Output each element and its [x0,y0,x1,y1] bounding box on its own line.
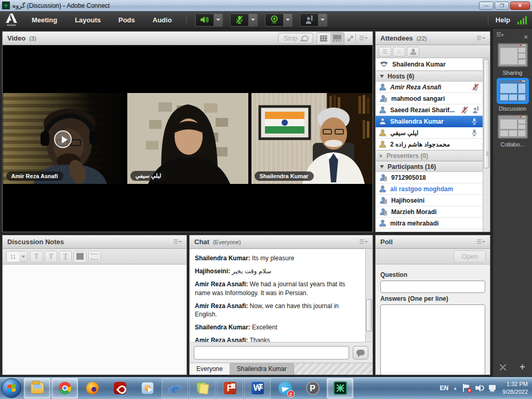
layout-tools-icon[interactable]: ⤫ [500,363,506,372]
video-feed-shailendra[interactable]: Shailendra Kumar [251,93,373,184]
video-feed-leili[interactable]: ليلي سيفي [127,93,248,184]
pin-icon[interactable] [524,32,529,37]
breakout-room-icon[interactable]: ⤬ [393,47,405,57]
pod-resize-grip[interactable]: ≡≡ [484,151,490,159]
chat-scrollbar[interactable] [365,249,373,342]
volume-icon[interactable] [475,384,484,392]
taskbar-mediaplayer-button[interactable] [134,378,161,398]
send-message-button[interactable] [353,346,368,360]
webcam-dropdown[interactable] [284,14,292,26]
webcam-button[interactable] [265,14,284,26]
attendee-row[interactable]: mitra mehrabadi [376,218,483,229]
text-color-button[interactable] [74,251,86,262]
video-feed-amir[interactable]: Amir Reza Asnafi [3,93,124,184]
minimize-button[interactable] [479,2,494,10]
video-pod-title: Video [7,34,25,42]
poll-question-input[interactable] [380,281,485,293]
notes-editor-area[interactable] [3,265,187,375]
taskbar-explorer-button[interactable] [24,378,50,398]
word-icon: W [251,382,264,394]
attendee-row[interactable]: ali rastgoo moghdam [376,183,483,195]
microphone-dropdown[interactable] [249,14,258,26]
grid-view-button[interactable] [317,33,330,44]
attendee-row[interactable]: محمدجواد هاشم زاده 2 [376,139,483,150]
host-away-person-icon [379,129,387,137]
play-overlay-icon[interactable] [54,130,72,148]
stop-webcam-button[interactable]: Stop [278,33,313,44]
attendee-row[interactable]: Amir Reza Asnafi [376,82,483,93]
participants-section-header[interactable]: Participants (16) [376,161,483,172]
microphone-button[interactable] [230,14,249,26]
action-center-flag-icon[interactable]: ✕ [462,384,471,392]
menu-audio[interactable]: Audio [144,16,181,24]
language-indicator[interactable]: EN [440,384,448,392]
speaker-button[interactable] [195,14,214,26]
bullet-list-button[interactable]: •—•— [88,251,101,262]
taskbar-adobe-connect-button[interactable] [327,378,353,398]
scrollbar-thumb[interactable] [366,299,372,331]
open-poll-button[interactable]: Open [454,250,486,262]
taskbar-acrobat-button[interactable] [107,378,133,398]
attendees-scrollbar[interactable] [483,58,490,232]
chat-tab-everyone[interactable]: Everyone [190,363,230,375]
signal-bars-icon[interactable] [517,15,527,24]
layout-thumb-collaboration[interactable] [498,115,528,139]
menu-meeting[interactable]: Meeting [23,16,66,24]
attendee-list-view-icon[interactable]: ☰ [379,47,391,57]
taskbar-telegram-button[interactable]: 2 [272,378,298,398]
taskbar-stickynotes-button[interactable] [189,378,216,398]
hosts-section-header[interactable]: Hosts (6) [376,71,483,82]
taskbar-psiphon-button[interactable]: P [299,378,326,398]
attendees-pod-menu-icon[interactable] [476,35,485,42]
attendee-row-selected[interactable]: Shailendra Kumar [376,116,483,127]
thumb-dots [520,45,525,46]
close-button[interactable] [510,2,530,10]
layout-menu-icon[interactable]: ☰ [496,31,503,38]
taskbar-powerpoint-button[interactable]: P [217,378,243,398]
attendee-row[interactable]: Marzieh Moradi [376,206,483,218]
add-layout-icon[interactable]: + [520,362,525,373]
layout-thumb-sharing[interactable] [498,43,528,67]
chat-message-list[interactable]: Shailendra Kumar: Its my pleasure Hajiho… [190,249,365,342]
chat-tab-shailendra-kumar[interactable]: Shailendra Kumar [230,363,294,375]
presenters-section-header[interactable]: Presenters (0) [376,150,483,161]
chat-input-row [190,342,373,363]
attendee-row[interactable]: 9712905018 [376,172,483,183]
italic-button[interactable]: T [45,251,57,262]
speaker-dropdown[interactable] [214,14,223,26]
poll-answers-label: Answers (One per line) [380,295,485,302]
taskbar-word-button[interactable]: W [244,378,271,398]
attendee-status-view-icon[interactable] [407,47,419,57]
video-pod-menu-icon[interactable] [359,35,368,42]
chat-message: Hajihoseini: سلام وقت بخیر [195,267,360,275]
taskbar-firefox-button[interactable] [79,378,105,398]
start-button[interactable] [2,378,21,398]
clock[interactable]: 1:32 PM 9/28/2022 [502,380,528,396]
filmstrip-view-button[interactable] [330,33,344,44]
taskbar-ie-button[interactable]: e [162,378,188,398]
font-size-select[interactable]: 11 [6,251,28,262]
underline-button[interactable]: T [59,251,72,262]
fullscreen-icon[interactable]: ⤢ [348,34,352,43]
attendee-row[interactable]: Hajihoseini [376,195,483,206]
attendee-row[interactable]: ليلي سيفي [376,127,483,139]
taskbar-chrome-button[interactable] [51,378,78,398]
set-status-dropdown[interactable] [318,14,327,26]
show-hidden-icons-arrow[interactable]: ▲ [453,386,457,391]
help-menu[interactable]: Help [496,16,510,24]
menu-pods[interactable]: Pods [110,16,144,24]
layout-thumb-discussion-active[interactable] [498,79,528,103]
chat-input[interactable] [194,346,349,360]
network-icon[interactable] [489,384,498,392]
restore-button[interactable] [495,2,509,10]
attendee-row[interactable]: Saeed Rezaei Sharif... [376,104,483,116]
attendee-row[interactable]: mahmood sangari [376,93,483,104]
poll-answers-textarea[interactable] [380,304,485,375]
chat-sender: Amir Reza Asnafi: [195,337,248,342]
set-status-button[interactable] [300,14,318,26]
menu-layouts[interactable]: Layouts [66,16,110,24]
bold-button[interactable]: T [30,251,43,262]
poll-pod-menu-icon[interactable] [476,238,485,245]
notes-pod-menu-icon[interactable] [173,238,182,245]
chat-pod-menu-icon[interactable] [359,238,368,245]
